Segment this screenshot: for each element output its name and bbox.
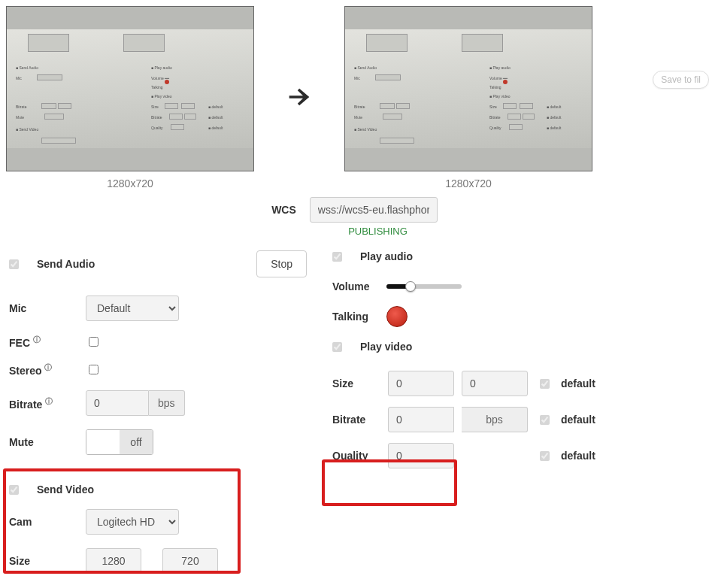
- preview-row: ■ Send Audio ■ Play audio Mic Volume ━━ …: [6, 6, 703, 189]
- wcs-row: WCS: [6, 197, 703, 223]
- play-video-label: Play video: [360, 341, 412, 353]
- send-video-label: Send Video: [37, 483, 94, 496]
- bps-unit-label: bps: [149, 390, 185, 416]
- help-icon: ⓘ: [45, 397, 53, 405]
- wcs-label: WCS: [271, 204, 296, 216]
- stop-button[interactable]: Stop: [256, 250, 307, 277]
- size-default-checkbox[interactable]: [540, 379, 550, 389]
- publisher-preview-col: ■ Send Audio ■ Play audio Mic Volume ━━ …: [6, 6, 254, 189]
- player-preview-col: ■ Send Audio ■ Play audio Mic Volume ━━ …: [344, 6, 592, 189]
- default-label: default: [561, 450, 703, 462]
- play-height-input[interactable]: [462, 371, 528, 396]
- mic-select[interactable]: Default: [86, 296, 179, 321]
- default-label: default: [561, 414, 703, 426]
- mute-toggle[interactable]: off: [86, 429, 153, 455]
- play-size-label: Size: [332, 377, 380, 389]
- quality-label: Quality: [332, 450, 380, 462]
- fec-label: FEC ⓘ: [9, 335, 86, 349]
- quality-input[interactable]: [388, 443, 454, 468]
- stereo-checkbox[interactable]: [89, 365, 98, 374]
- mute-label: Mute: [9, 436, 86, 448]
- player-resolution-label: 1280x720: [445, 177, 492, 189]
- cam-label: Cam: [9, 516, 86, 528]
- fec-checkbox[interactable]: [89, 337, 98, 347]
- publish-status: PUBLISHING: [6, 226, 703, 237]
- bps-unit-label: bps: [462, 407, 528, 432]
- player-video: ■ Send Audio ■ Play audio Mic Volume ━━ …: [344, 6, 592, 171]
- audio-bitrate-input[interactable]: [86, 390, 149, 416]
- send-audio-checkbox[interactable]: [9, 259, 19, 269]
- quality-default-checkbox[interactable]: [540, 451, 550, 461]
- bitrate-default-checkbox[interactable]: [540, 415, 550, 425]
- save-to-file-pill[interactable]: Save to fil: [653, 71, 709, 89]
- video-width-input[interactable]: [86, 548, 141, 574]
- talking-label: Talking: [332, 311, 380, 323]
- play-audio-checkbox[interactable]: [332, 252, 342, 262]
- help-icon: ⓘ: [33, 335, 41, 344]
- video-height-input[interactable]: [162, 548, 218, 574]
- play-bitrate-label: Bitrate: [332, 414, 380, 426]
- arrow-icon: [284, 82, 314, 114]
- talking-indicator-icon: [386, 306, 408, 327]
- cam-select[interactable]: Logitech HD: [86, 509, 179, 535]
- audio-bitrate-label: Bitrate ⓘ: [9, 396, 86, 411]
- send-video-checkbox[interactable]: [9, 485, 19, 495]
- video-size-label: Size: [9, 555, 86, 567]
- publisher-video: ■ Send Audio ■ Play audio Mic Volume ━━ …: [6, 6, 254, 171]
- stereo-label: Stereo ⓘ: [9, 362, 86, 377]
- default-label: default: [561, 377, 703, 389]
- send-audio-label: Send Audio: [37, 258, 95, 270]
- play-audio-label: Play audio: [360, 250, 413, 262]
- volume-label: Volume: [332, 280, 380, 292]
- play-video-checkbox[interactable]: [332, 342, 342, 352]
- help-icon: ⓘ: [44, 363, 52, 371]
- wcs-url-input[interactable]: [310, 197, 438, 223]
- volume-slider[interactable]: [386, 284, 462, 289]
- mic-label: Mic: [9, 302, 86, 314]
- play-width-input[interactable]: [388, 371, 454, 396]
- publisher-resolution-label: 1280x720: [107, 177, 153, 189]
- play-bitrate-input[interactable]: [388, 407, 454, 432]
